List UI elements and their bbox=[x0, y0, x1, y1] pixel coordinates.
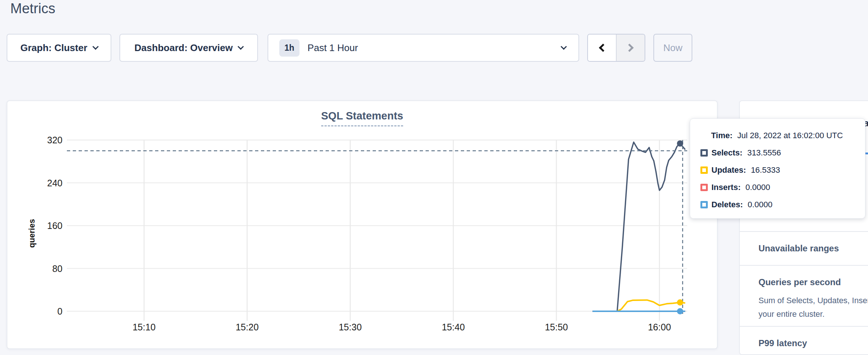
time-range-badge: 1h bbox=[279, 39, 300, 57]
svg-text:16:00: 16:00 bbox=[648, 322, 671, 332]
chevron-right-icon bbox=[625, 44, 634, 52]
svg-text:0: 0 bbox=[57, 306, 62, 316]
summary-item-unavailable-ranges: Unavailable ranges bbox=[740, 231, 868, 265]
chevron-left-icon bbox=[599, 44, 607, 52]
sql-statements-chart-card: SQL Statements 08016024032015:1015:2015:… bbox=[7, 100, 718, 349]
svg-text:15:40: 15:40 bbox=[442, 322, 465, 332]
svg-text:240: 240 bbox=[47, 178, 62, 188]
updates-series-swatch-icon bbox=[700, 166, 708, 174]
summary-item-queries-per-second: Queries per second Sum of Selects, Updat… bbox=[740, 265, 868, 326]
tooltip-series-value: 16.5333 bbox=[751, 165, 780, 175]
tooltip-series-label: Inserts: bbox=[711, 183, 740, 192]
time-window-nav bbox=[587, 34, 645, 62]
dashboard-dropdown[interactable]: Dashboard: Overview bbox=[119, 34, 258, 62]
tooltip-time-value: Jul 28, 2022 at 16:02:00 UTC bbox=[737, 131, 843, 140]
chevron-down-icon bbox=[238, 43, 244, 50]
tooltip-series-label: Updates: bbox=[711, 165, 746, 175]
summary-item-description-line: Sum of Selects, Updates, Inser bbox=[758, 294, 868, 307]
deletes-series-swatch-icon bbox=[700, 201, 708, 208]
tooltip-series-label: Deletes: bbox=[711, 200, 743, 209]
svg-text:320: 320 bbox=[47, 135, 62, 145]
tooltip-series-label: Selects: bbox=[711, 148, 742, 158]
sql-statements-chart[interactable]: 08016024032015:1015:2015:3015:4015:5016:… bbox=[7, 101, 717, 348]
svg-text:15:10: 15:10 bbox=[133, 322, 156, 332]
next-time-window-button[interactable] bbox=[617, 35, 645, 61]
now-button-label: Now bbox=[663, 42, 682, 54]
page-title: Metrics bbox=[10, 1, 55, 17]
tooltip-time-label: Time: bbox=[711, 131, 732, 140]
tooltip-series-value: 313.5556 bbox=[747, 148, 781, 158]
selects-series-swatch-icon bbox=[700, 149, 708, 157]
time-range-label: Past 1 Hour bbox=[308, 42, 562, 54]
chevron-down-icon bbox=[561, 43, 567, 50]
svg-text:queries: queries bbox=[27, 219, 36, 248]
svg-text:80: 80 bbox=[52, 263, 62, 274]
dashboard-dropdown-label: Dashboard: Overview bbox=[134, 42, 233, 54]
inserts-series-swatch-icon bbox=[700, 184, 708, 191]
chart-hover-tooltip: Time: Jul 28, 2022 at 16:02:00 UTC Selec… bbox=[690, 118, 865, 219]
graph-scope-dropdown-label: Graph: Cluster bbox=[20, 42, 87, 54]
time-range-dropdown[interactable]: 1h Past 1 Hour bbox=[268, 34, 579, 62]
summary-item-p99-latency: P99 latency bbox=[740, 326, 868, 355]
svg-text:15:30: 15:30 bbox=[339, 322, 362, 332]
summary-item-title: P99 latency bbox=[758, 338, 868, 349]
tooltip-series-value: 0.0000 bbox=[748, 200, 772, 209]
svg-text:160: 160 bbox=[47, 220, 62, 231]
summary-item-title: Unavailable ranges bbox=[758, 243, 868, 254]
svg-text:15:20: 15:20 bbox=[236, 322, 259, 332]
tooltip-series-value: 0.0000 bbox=[745, 183, 770, 192]
chevron-down-icon bbox=[92, 43, 98, 50]
previous-time-window-button[interactable] bbox=[588, 35, 617, 61]
graph-scope-dropdown[interactable]: Graph: Cluster bbox=[7, 34, 111, 62]
now-button[interactable]: Now bbox=[653, 34, 692, 62]
summary-item-description-line: your entire cluster. bbox=[758, 307, 868, 321]
svg-text:15:50: 15:50 bbox=[545, 322, 568, 332]
summary-item-title: Queries per second bbox=[758, 277, 868, 288]
